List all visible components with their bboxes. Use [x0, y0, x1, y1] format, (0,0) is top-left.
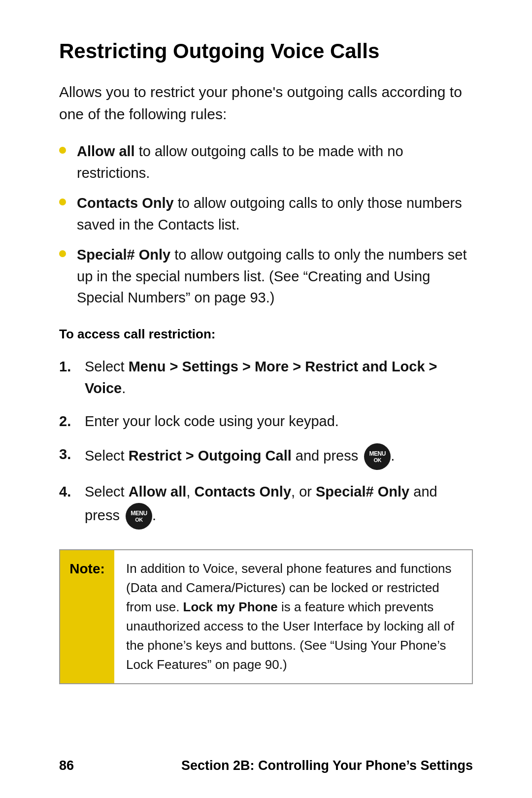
page-title: Restricting Outgoing Voice Calls: [59, 39, 473, 63]
step-1-num: 1.: [59, 356, 71, 378]
footer-section-title: Section 2B: Controlling Your Phone’s Set…: [181, 758, 473, 773]
step-4: 4. Select Allow all, Contacts Only, or S…: [59, 481, 473, 530]
step-4-text: Select Allow all, Contacts Only, or Spec…: [85, 484, 437, 523]
menu-ok-button-3: MENUOK: [364, 443, 391, 470]
step-4-bold-3: Special# Only: [316, 484, 409, 499]
step-3: 3. Select Restrict > Outgoing Call and p…: [59, 443, 473, 470]
intro-text: Allows you to restrict your phone's outg…: [59, 81, 473, 125]
bullet-item-2: Contacts Only to allow outgoing calls to…: [59, 193, 473, 235]
step-4-num: 4.: [59, 481, 71, 503]
bullet-bold-1: Allow all: [77, 143, 135, 159]
step-1-text: Select Menu > Settings > More > Restrict…: [85, 359, 437, 397]
step-2-num: 2.: [59, 410, 71, 432]
step-3-text: Select Restrict > Outgoing Call and pres…: [85, 448, 395, 464]
note-bold: Lock my Phone: [183, 599, 278, 614]
step-4-bold-2: Contacts Only: [194, 484, 291, 499]
section-label: To access call restriction:: [59, 327, 473, 342]
numbered-list: 1. Select Menu > Settings > More > Restr…: [59, 356, 473, 530]
menu-ok-button-4: MENUOK: [126, 503, 152, 530]
note-text: In addition to Voice, several phone feat…: [114, 550, 472, 683]
footer-page-number: 86: [59, 758, 74, 773]
page-footer: 86 Section 2B: Controlling Your Phone’s …: [0, 758, 532, 773]
note-box: Note: In addition to Voice, several phon…: [59, 549, 473, 684]
step-3-bold: Restrict > Outgoing Call: [129, 448, 292, 464]
note-label: Note:: [60, 550, 114, 683]
step-2: 2. Enter your lock code using your keypa…: [59, 410, 473, 432]
bullet-list: Allow all to allow outgoing calls to be …: [59, 141, 473, 309]
step-3-num: 3.: [59, 443, 71, 466]
step-1: 1. Select Menu > Settings > More > Restr…: [59, 356, 473, 400]
page-content: Restricting Outgoing Voice Calls Allows …: [0, 0, 532, 743]
bullet-bold-2: Contacts Only: [77, 195, 174, 211]
bullet-item-3: Special# Only to allow outgoing calls to…: [59, 244, 473, 309]
step-1-bold: Menu > Settings > More > Restrict and Lo…: [85, 359, 437, 397]
bullet-bold-3: Special# Only: [77, 247, 170, 263]
step-4-bold-1: Allow all: [129, 484, 187, 499]
step-2-text: Enter your lock code using your keypad.: [85, 413, 339, 429]
bullet-item-1: Allow all to allow outgoing calls to be …: [59, 141, 473, 184]
